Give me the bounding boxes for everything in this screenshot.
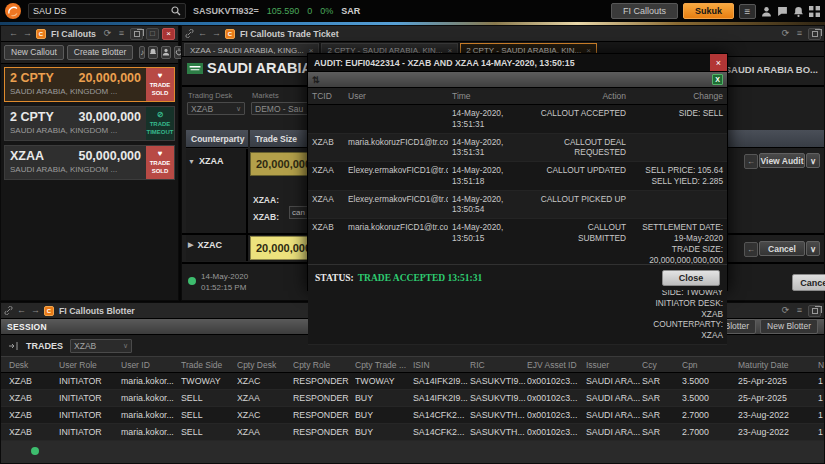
audit-col-user[interactable]: User	[344, 91, 448, 101]
create-blotter-button[interactable]: Create Blotter	[67, 45, 133, 60]
ticket-tab[interactable]: XZAA - SAUDI ARABIA, KING...×	[184, 43, 319, 56]
refresh-icon[interactable]: ⟳	[102, 29, 113, 38]
blotter-column-header[interactable]: EJV Asset ID	[527, 360, 586, 370]
blotter-column-header[interactable]: Issuer	[586, 360, 642, 370]
blotter-column-header[interactable]: RIC	[470, 360, 527, 370]
blotter-column-header[interactable]: Ccy	[642, 360, 682, 370]
maximize-icon[interactable]: □	[146, 28, 159, 40]
back-icon[interactable]: ←	[197, 29, 208, 38]
apps-grid-icon[interactable]	[809, 6, 820, 17]
cancel-button[interactable]: Cancel	[792, 274, 825, 291]
nav-tab-sukuk[interactable]: Sukuk	[683, 3, 734, 19]
search-box[interactable]	[28, 3, 186, 19]
blotter-column-header[interactable]: User Role	[59, 360, 121, 370]
cancel-callout-button[interactable]: Cancel	[759, 241, 805, 256]
blotter-column-header[interactable]: User ID	[121, 360, 181, 370]
menu-icon[interactable]: ≡	[794, 29, 805, 38]
app-logo-icon[interactable]	[5, 3, 21, 19]
ticker-currency: SAR	[341, 6, 360, 16]
excel-export-icon[interactable]: X	[712, 74, 723, 85]
blotter-cell: maria.kokor...	[121, 427, 181, 437]
blotter-column-header[interactable]: ISIN	[413, 360, 470, 370]
expand-triangle-icon[interactable]: ▼	[188, 158, 195, 165]
counterparty-row-xzaa[interactable]: ▼ XZAA	[186, 149, 246, 173]
blotter-table-row[interactable]: XZABINITIATORmaria.kokor...TWOWAYXZACRES…	[1, 373, 824, 390]
view-audit-button[interactable]: View Audit	[759, 153, 805, 168]
blotter-column-header[interactable]: Cpn	[682, 360, 738, 370]
forward-icon[interactable]: →	[211, 29, 222, 38]
audit-col-change[interactable]: Change	[630, 91, 727, 101]
undo-arrow-icon[interactable]: ←	[744, 242, 758, 257]
audit-cell-action: CALLOUT PICKED UP	[534, 191, 630, 219]
blotter-cell: 0x00102c3...	[527, 427, 586, 437]
cancel-dropdown-icon[interactable]: ∨	[806, 241, 820, 256]
audit-col-time[interactable]: Time	[448, 91, 534, 101]
close-icon[interactable]: ×	[162, 28, 175, 40]
popout-icon[interactable]	[130, 28, 143, 40]
refresh-icon[interactable]: ⟳	[780, 29, 791, 38]
audit-table-row[interactable]: XZAAElexey.ermakovFICD1@tr.com14-May-202…	[308, 162, 727, 191]
new-blotter-button[interactable]: New Blotter	[760, 319, 818, 334]
audit-table-row[interactable]: 14-May-2020, 13:51:31CALLOUT ACCEPTEDSID…	[308, 105, 727, 134]
blotter-column-header[interactable]: Cpty Role	[293, 360, 355, 370]
collapse-panel-icon[interactable]	[9, 342, 19, 350]
undo-arrow-icon[interactable]: ←	[744, 154, 758, 169]
chat-icon[interactable]	[777, 6, 788, 17]
link-icon[interactable]	[4, 306, 13, 315]
link-icon[interactable]	[4, 29, 5, 38]
close-button[interactable]: Close	[662, 270, 720, 286]
sound-icon[interactable]: ♪	[139, 46, 145, 59]
audit-col-tcid[interactable]: TCID	[308, 91, 344, 101]
trading-desk-select[interactable]: XZAB∨	[187, 102, 245, 115]
sort-icon[interactable]: ⇅	[312, 75, 320, 85]
blotter-cell: 25-Apr-2025	[738, 393, 818, 403]
callout-card[interactable]: XZAA 50,000,000 SAUDI ARABIA, KINGDOM ..…	[4, 145, 175, 180]
blotter-cell: SELL	[181, 427, 237, 437]
menu-icon[interactable]: ≡	[794, 306, 805, 315]
blotter-column-header[interactable]: Cpty Trade ...	[355, 360, 413, 370]
forward-icon[interactable]: →	[22, 29, 33, 38]
popout-icon[interactable]	[808, 28, 821, 40]
blotter-cell: 23-Aug-2022	[738, 427, 818, 437]
audit-table-row[interactable]: XZABmaria.kokoruzFICD1@tr.com14-May-2020…	[308, 134, 727, 163]
nav-tab-fi-callouts[interactable]: FI Callouts	[611, 3, 678, 19]
ticker-ric[interactable]: SASUKVTI932=	[193, 6, 259, 16]
back-icon[interactable]: ←	[16, 306, 27, 315]
search-input[interactable]	[33, 6, 171, 16]
bell-icon[interactable]	[793, 6, 804, 17]
notifications-icon[interactable]	[148, 46, 158, 59]
audit-table-row[interactable]: XZAAElexey.ermakovFICD1@tr.com14-May-202…	[308, 191, 727, 220]
audit-cell-user: Elexey.ermakovFICD1@tr.com	[344, 191, 448, 219]
audit-dialog: AUDIT: EUFI0422314 - XZAB AND XZAA 14-MA…	[307, 53, 728, 291]
profile-icon[interactable]	[161, 46, 171, 59]
blotter-column-header[interactable]: Trade Side	[181, 360, 237, 370]
hamburger-menu-icon[interactable]: ≡	[739, 4, 756, 19]
back-icon[interactable]: ←	[8, 29, 19, 38]
blotter-table-row[interactable]: XZABINITIATORmaria.kokor...SELLXZAARESPO…	[1, 424, 824, 441]
close-icon[interactable]: ×	[710, 54, 727, 71]
forward-icon[interactable]: →	[30, 306, 41, 315]
link-icon[interactable]	[185, 29, 194, 38]
blotter-cell: RESPONDER	[293, 410, 355, 420]
blotter-column-header[interactable]: Maturity Date	[738, 360, 818, 370]
view-audit-dropdown-icon[interactable]: ∨	[806, 153, 820, 168]
user-icon[interactable]	[761, 6, 772, 17]
blotter-table-row[interactable]: XZABINITIATORmaria.kokor...SELLXZACRESPO…	[1, 407, 824, 424]
audit-toolbar: ⇅ X	[308, 72, 727, 88]
callout-card[interactable]: 2 CPTY 30,000,000 SAUDI ARABIA, KINGDOM …	[4, 106, 175, 141]
popout-icon[interactable]	[808, 305, 821, 317]
menu-icon[interactable]: ≡	[116, 29, 127, 38]
callout-card[interactable]: 2 CPTY 20,000,000 SAUDI ARABIA, KINGDOM …	[4, 67, 175, 102]
blotter-column-header[interactable]: N	[818, 360, 825, 370]
counterparty-row-xzac[interactable]: ▶ XZAC	[186, 233, 224, 257]
blotter-table-row[interactable]: XZABINITIATORmaria.kokor...SELLXZAARESPO…	[1, 390, 824, 407]
trades-filter-select[interactable]: XZAB∨	[70, 339, 132, 353]
blotter-cell: INITIATOR	[59, 376, 121, 386]
blotter-column-header[interactable]: Desk	[9, 360, 59, 370]
blotter-column-header[interactable]: Cpty Desk	[237, 360, 293, 370]
collapsed-triangle-icon[interactable]: ▶	[188, 241, 193, 249]
audit-col-action[interactable]: Action	[534, 91, 630, 101]
new-callout-button[interactable]: New Callout	[4, 45, 64, 60]
refresh-icon[interactable]: ⟳	[780, 306, 791, 315]
search-icon[interactable]	[171, 6, 181, 16]
